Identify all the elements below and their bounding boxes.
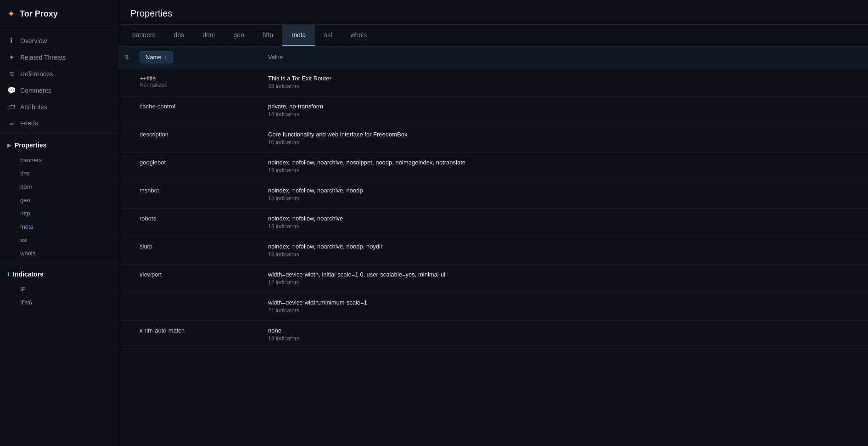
table-row: cache-control private, no-transform 14 i… bbox=[119, 96, 868, 124]
row-value: none 14 indicators bbox=[263, 321, 868, 348]
sidebar-item-references-label: References bbox=[20, 70, 53, 78]
sidebar-item-feeds-label: Feeds bbox=[20, 119, 38, 127]
tab-geo[interactable]: geo bbox=[224, 25, 253, 46]
sidebar-section-indicators[interactable]: ℹ Indicators bbox=[0, 266, 119, 282]
sort-handle[interactable]: ⇅ bbox=[119, 50, 134, 65]
table-row: description Core functionality and web i… bbox=[119, 124, 868, 152]
table-row: viewport width=device-width, initial-sca… bbox=[119, 265, 868, 293]
row-value: Core functionality and web interface for… bbox=[263, 124, 868, 152]
table-row: robots noindex, nofollow, noarchive 13 i… bbox=[119, 209, 868, 237]
sidebar-sub-ipv6[interactable]: IPv6 bbox=[0, 296, 119, 309]
sidebar-section-properties[interactable]: ▶ Properties bbox=[0, 137, 119, 153]
row-indicators: 33 indicators bbox=[268, 83, 862, 90]
sidebar-sub-banners[interactable]: banners bbox=[0, 153, 119, 167]
row-value: width=device-width,minimum-scale=1 21 in… bbox=[263, 293, 868, 320]
tab-ssl[interactable]: ssl bbox=[315, 25, 341, 46]
sidebar-item-related-threats[interactable]: ✦ Related Threats bbox=[0, 49, 119, 66]
tor-proxy-icon: ✦ bbox=[7, 8, 15, 19]
col-header-value: Value bbox=[263, 49, 868, 65]
sidebar-sub-ip[interactable]: IP bbox=[0, 282, 119, 296]
row-value: noindex, nofollow, noarchive 13 indicato… bbox=[263, 209, 868, 236]
sidebar-item-feeds[interactable]: ≡ Feeds bbox=[0, 115, 119, 131]
sidebar: ✦ Tor Proxy ℹ Overview ✦ Related Threats… bbox=[0, 0, 119, 446]
row-handle bbox=[119, 265, 134, 292]
divider-1 bbox=[0, 134, 119, 134]
row-indicators: 13 indicators bbox=[268, 223, 862, 230]
feeds-icon: ≡ bbox=[7, 119, 16, 127]
col-header-name: Name ↕ bbox=[134, 46, 263, 68]
row-name: description bbox=[134, 124, 263, 152]
row-value-main: width=device-width,minimum-scale=1 bbox=[268, 299, 862, 306]
row-name: cache-control bbox=[134, 96, 263, 124]
row-handle bbox=[119, 181, 134, 208]
main-content: Properties banners dns dom geo http meta… bbox=[119, 0, 868, 446]
row-value-main: private, no-transform bbox=[268, 103, 862, 110]
row-value: width=device-width, initial-scale=1.0, u… bbox=[263, 265, 868, 292]
sidebar-item-overview-label: Overview bbox=[20, 37, 47, 45]
tab-http[interactable]: http bbox=[253, 25, 282, 46]
indicators-section-label: Indicators bbox=[13, 271, 44, 278]
sidebar-sub-geo[interactable]: geo bbox=[0, 193, 119, 207]
sidebar-header: ✦ Tor Proxy bbox=[0, 0, 119, 27]
row-name: x-rim-auto-match bbox=[134, 321, 263, 348]
row-handle bbox=[119, 293, 134, 320]
row-handle bbox=[119, 237, 134, 264]
related-threats-icon: ✦ bbox=[7, 53, 16, 62]
row-value: noindex, nofollow, noarchive, noodp, noy… bbox=[263, 237, 868, 264]
row-value-main: noindex, nofollow, noarchive, noodp, noy… bbox=[268, 243, 862, 250]
row-value: noindex, nofollow, noarchive, nosnippet,… bbox=[263, 152, 868, 180]
table-row: googlebot noindex, nofollow, noarchive, … bbox=[119, 152, 868, 181]
row-value: This is a Tor Exit Router 33 indicators bbox=[263, 68, 868, 96]
row-indicators: 14 indicators bbox=[268, 111, 862, 118]
row-handle bbox=[119, 96, 134, 124]
sort-name-button[interactable]: Name ↕ bbox=[140, 51, 173, 63]
attributes-icon: 🏷 bbox=[7, 103, 16, 111]
row-value-main: This is a Tor Exit Router bbox=[268, 75, 862, 82]
sidebar-item-comments-label: Comments bbox=[20, 87, 51, 94]
sidebar-item-comments[interactable]: 💬 Comments bbox=[0, 82, 119, 99]
row-value-main: noindex, nofollow, noarchive bbox=[268, 215, 862, 222]
sidebar-item-references[interactable]: ≋ References bbox=[0, 66, 119, 82]
tab-dns[interactable]: dns bbox=[165, 25, 194, 46]
row-value-main: Core functionality and web interface for… bbox=[268, 131, 862, 138]
row-value: private, no-transform 14 indicators bbox=[263, 96, 868, 124]
row-name: viewport bbox=[134, 265, 263, 292]
sidebar-sub-meta[interactable]: meta bbox=[0, 220, 119, 233]
sidebar-item-related-threats-label: Related Threats bbox=[20, 54, 66, 61]
sort-icon: ↕ bbox=[164, 55, 167, 60]
row-indicators: 10 indicators bbox=[268, 139, 862, 146]
table-row: slurp noindex, nofollow, noarchive, nood… bbox=[119, 237, 868, 265]
sidebar-item-attributes-label: Attributes bbox=[20, 103, 47, 111]
row-value-main: width=device-width, initial-scale=1.0, u… bbox=[268, 271, 862, 278]
table-row: ++title Normalized This is a Tor Exit Ro… bbox=[119, 68, 868, 96]
sidebar-sub-dns[interactable]: dns bbox=[0, 167, 119, 180]
row-indicators: 13 indicators bbox=[268, 195, 862, 202]
row-handle bbox=[119, 152, 134, 180]
properties-section-label: Properties bbox=[15, 141, 46, 149]
sidebar-sub-dom[interactable]: dom bbox=[0, 180, 119, 193]
row-value-main: noindex, nofollow, noarchive, nosnippet,… bbox=[268, 159, 862, 166]
comments-icon: 💬 bbox=[7, 86, 16, 95]
row-handle bbox=[119, 68, 134, 96]
row-name: msnbot bbox=[134, 181, 263, 208]
sidebar-sub-ssl[interactable]: ssl bbox=[0, 233, 119, 247]
sidebar-item-overview[interactable]: ℹ Overview bbox=[0, 33, 119, 49]
row-name: slurp bbox=[134, 237, 263, 264]
chevron-right-icon-2: ℹ bbox=[7, 271, 9, 277]
sidebar-sub-whois[interactable]: whois bbox=[0, 247, 119, 260]
tab-dom[interactable]: dom bbox=[193, 25, 224, 46]
tab-whois[interactable]: whois bbox=[341, 25, 376, 46]
tab-banners[interactable]: banners bbox=[123, 25, 165, 46]
row-indicators: 13 indicators bbox=[268, 251, 862, 258]
row-name: robots bbox=[134, 209, 263, 236]
tab-meta[interactable]: meta bbox=[282, 25, 315, 46]
row-value-main: none bbox=[268, 327, 862, 334]
references-icon: ≋ bbox=[7, 70, 16, 78]
properties-table: ⇅ Name ↕ Value ++title Normalized This i… bbox=[119, 46, 868, 446]
main-header: Properties bbox=[119, 0, 868, 25]
sidebar-item-attributes[interactable]: 🏷 Attributes bbox=[0, 99, 119, 115]
row-name-sub: Normalized bbox=[140, 82, 257, 88]
sidebar-title: Tor Proxy bbox=[20, 9, 58, 19]
sidebar-sub-http[interactable]: http bbox=[0, 207, 119, 220]
row-handle bbox=[119, 124, 134, 152]
